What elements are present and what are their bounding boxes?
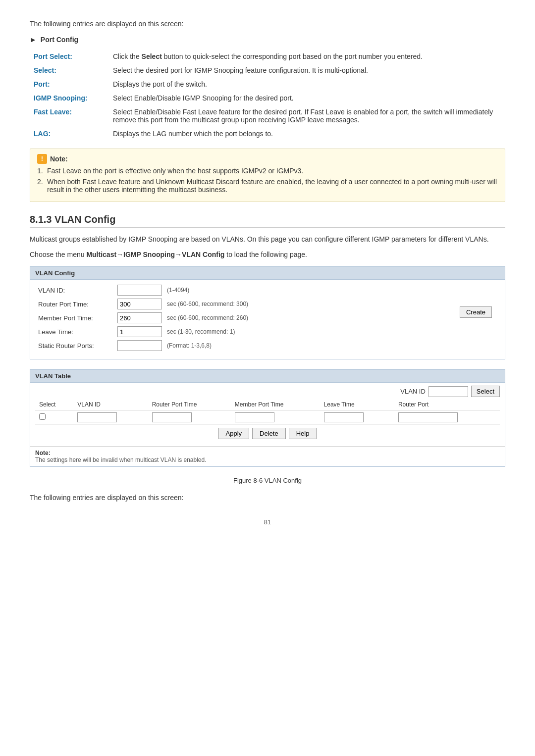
vlan-config-form: VLAN ID:(1-4094)Router Port Time:sec (60…	[30, 280, 505, 359]
config-field-row: Member Port Time:sec (60-600, recommend:…	[38, 312, 460, 323]
row-router-port-time-cell[interactable]	[148, 410, 231, 425]
form-and-create: VLAN ID:(1-4094)Router Port Time:sec (60…	[38, 285, 497, 354]
note-header: ! Note:	[37, 154, 498, 164]
form-fields: VLAN ID:(1-4094)Router Port Time:sec (60…	[38, 285, 460, 354]
choose-text: Choose the menu Multicast→IGMP Snooping→…	[30, 251, 505, 258]
row-leave-time-cell[interactable]	[320, 410, 394, 425]
port-config-table: Port Select:Click the Select button to q…	[30, 50, 505, 141]
config-field-input[interactable]	[117, 285, 162, 296]
row-leave-time-input[interactable]	[324, 412, 364, 422]
vlan-id-filter-input[interactable]	[428, 386, 468, 397]
row-vlan-id-input[interactable]	[77, 412, 117, 422]
note-list: Fast Leave on the port is effective only…	[37, 167, 498, 194]
field-desc: Select Enable/Disable IGMP Snooping for …	[109, 91, 505, 105]
field-desc: Select the desired port for IGMP Snoopin…	[109, 63, 505, 77]
field-label: Select:	[30, 63, 109, 77]
table-note: Note: The settings here will be invalid …	[30, 446, 505, 466]
row-router-port-input[interactable]	[398, 412, 458, 422]
apply-button[interactable]: Apply	[218, 428, 250, 439]
field-row: Fast Leave:Select Enable/Disable Fast Le…	[30, 105, 505, 127]
config-field-input[interactable]	[117, 299, 162, 309]
config-field-hint: sec (60-600, recommend: 300)	[167, 301, 248, 307]
table-column-header: Router Port	[394, 399, 500, 410]
field-row: Select:Select the desired port for IGMP …	[30, 63, 505, 77]
vlan-table-box: VLAN Table VLAN ID Select SelectVLAN IDR…	[30, 369, 505, 467]
table-note-text: The settings here will be invalid when m…	[35, 456, 500, 463]
row-vlan-id-cell[interactable]	[73, 410, 148, 425]
vlan-id-filter-label: VLAN ID	[400, 388, 426, 395]
field-label: IGMP Snooping:	[30, 91, 109, 105]
table-column-header: VLAN ID	[73, 399, 148, 410]
field-row: Port:Displays the port of the switch.	[30, 77, 505, 91]
config-field-hint: (Format: 1-3,6,8)	[167, 342, 212, 349]
help-button[interactable]: Help	[289, 428, 317, 439]
warning-icon: !	[37, 154, 47, 164]
config-field-hint: (1-4094)	[167, 287, 189, 294]
arrow-icon: ►	[30, 36, 37, 44]
row-checkbox[interactable]	[39, 413, 46, 420]
port-config-title: Port Config	[41, 36, 78, 44]
config-field-input[interactable]	[117, 326, 162, 337]
config-field-label: Member Port Time:	[38, 314, 117, 322]
table-note-title: Note:	[35, 450, 500, 456]
create-button[interactable]: Create	[460, 306, 492, 318]
table-row	[35, 410, 500, 425]
choose-prefix: Choose the menu	[30, 251, 86, 258]
field-label: Port Select:	[30, 50, 109, 63]
create-col: Create	[460, 285, 497, 318]
row-select-cell[interactable]	[35, 410, 73, 425]
vlan-config-form-header: VLAN Config	[30, 267, 505, 280]
vlan-table-header: VLAN Table	[30, 370, 505, 383]
port-config-section-header: ► Port Config	[30, 36, 505, 44]
row-router-port-cell[interactable]	[394, 410, 500, 425]
config-field-hint: sec (60-600, recommend: 260)	[167, 314, 248, 321]
table-column-header: Leave Time	[320, 399, 394, 410]
field-desc: Select Enable/Disable Fast Leave feature…	[109, 105, 505, 127]
choose-end: to load the following page.	[224, 251, 307, 258]
field-row: Port Select:Click the Select button to q…	[30, 50, 505, 63]
vlan-data-table: SelectVLAN IDRouter Port TimeMember Port…	[35, 399, 500, 425]
table-column-header: Router Port Time	[148, 399, 231, 410]
outro-text: The following entries are displayed on t…	[30, 492, 505, 503]
note-item: Fast Leave on the port is effective only…	[37, 167, 498, 175]
table-wrap: SelectVLAN IDRouter Port TimeMember Port…	[30, 399, 505, 446]
delete-button[interactable]: Delete	[252, 428, 286, 439]
field-desc: Displays the LAG number which the port b…	[109, 127, 505, 141]
config-field-input[interactable]	[117, 340, 162, 351]
action-buttons: ApplyDeleteHelp	[35, 425, 500, 441]
field-label: LAG:	[30, 127, 109, 141]
config-field-row: Router Port Time:sec (60-600, recommend:…	[38, 299, 460, 309]
config-field-label: Router Port Time:	[38, 301, 117, 308]
field-label: Fast Leave:	[30, 105, 109, 127]
config-field-row: Static Router Ports:(Format: 1-3,6,8)	[38, 340, 460, 351]
config-field-label: VLAN ID:	[38, 287, 117, 294]
choose-path: Multicast→IGMP Snooping→VLAN Config	[86, 251, 224, 258]
table-column-header: Select	[35, 399, 73, 410]
vlan-config-heading: 8.1.3 VLAN Config	[30, 214, 505, 228]
note-item: When both Fast Leave feature and Unknown…	[37, 178, 498, 194]
row-router-port-time-input[interactable]	[152, 412, 192, 422]
vlan-config-body1: Multicast groups established by IGMP Sno…	[30, 234, 505, 245]
config-field-label: Leave Time:	[38, 328, 117, 336]
config-field-row: Leave Time:sec (1-30, recommend: 1)	[38, 326, 460, 337]
note-box: ! Note: Fast Leave on the port is effect…	[30, 149, 505, 202]
note-title: Note:	[50, 155, 68, 163]
config-field-hint: sec (1-30, recommend: 1)	[167, 328, 235, 335]
vlan-select-button[interactable]: Select	[471, 386, 500, 397]
row-member-port-time-input[interactable]	[235, 412, 274, 422]
field-row: LAG:Displays the LAG number which the po…	[30, 127, 505, 141]
figure-caption: Figure 8-6 VLAN Config	[30, 477, 505, 484]
field-desc: Displays the port of the switch.	[109, 77, 505, 91]
config-field-label: Static Router Ports:	[38, 342, 117, 350]
config-field-input[interactable]	[117, 312, 162, 323]
vlan-table-top-row: VLAN ID Select	[30, 383, 505, 399]
field-row: IGMP Snooping:Select Enable/Disable IGMP…	[30, 91, 505, 105]
intro-text: The following entries are displayed on t…	[30, 20, 505, 28]
page-number: 81	[30, 518, 505, 526]
config-field-row: VLAN ID:(1-4094)	[38, 285, 460, 296]
vlan-config-form-box: VLAN Config VLAN ID:(1-4094)Router Port …	[30, 266, 505, 359]
field-label: Port:	[30, 77, 109, 91]
row-member-port-time-cell[interactable]	[231, 410, 320, 425]
field-desc: Click the Select button to quick-select …	[109, 50, 505, 63]
table-column-header: Member Port Time	[231, 399, 320, 410]
